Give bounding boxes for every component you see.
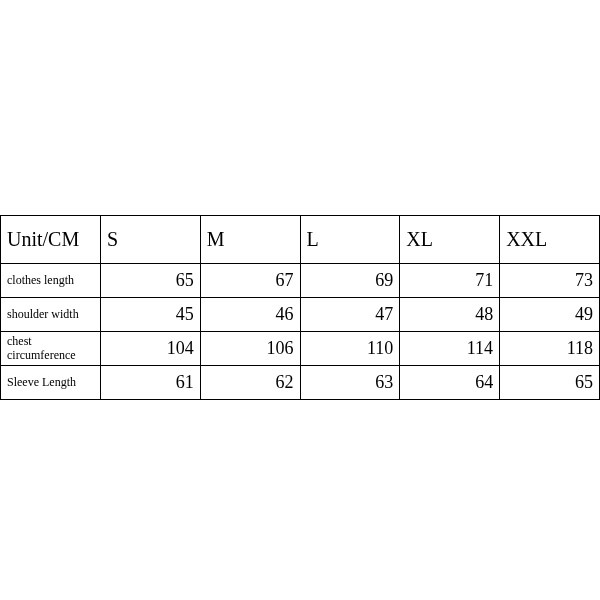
cell: 118 bbox=[500, 332, 600, 366]
row-label: shoulder width bbox=[1, 298, 101, 332]
table-row: Sleeve Length 61 62 63 64 65 bbox=[1, 366, 600, 400]
cell: 106 bbox=[200, 332, 300, 366]
cell: 48 bbox=[400, 298, 500, 332]
unit-header: Unit/CM bbox=[1, 216, 101, 264]
header-row: Unit/CM S M L XL XXL bbox=[1, 216, 600, 264]
col-header: XL bbox=[400, 216, 500, 264]
table-row: chest circumference 104 106 110 114 118 bbox=[1, 332, 600, 366]
cell: 69 bbox=[300, 264, 400, 298]
table-row: shoulder width 45 46 47 48 49 bbox=[1, 298, 600, 332]
cell: 62 bbox=[200, 366, 300, 400]
table-row: clothes length 65 67 69 71 73 bbox=[1, 264, 600, 298]
cell: 114 bbox=[400, 332, 500, 366]
cell: 61 bbox=[100, 366, 200, 400]
row-label: chest circumference bbox=[1, 332, 101, 366]
cell: 47 bbox=[300, 298, 400, 332]
cell: 46 bbox=[200, 298, 300, 332]
size-chart-table: Unit/CM S M L XL XXL clothes length 65 6… bbox=[0, 215, 600, 400]
cell: 104 bbox=[100, 332, 200, 366]
cell: 63 bbox=[300, 366, 400, 400]
cell: 73 bbox=[500, 264, 600, 298]
col-header: M bbox=[200, 216, 300, 264]
cell: 65 bbox=[100, 264, 200, 298]
cell: 45 bbox=[100, 298, 200, 332]
col-header: L bbox=[300, 216, 400, 264]
cell: 110 bbox=[300, 332, 400, 366]
cell: 49 bbox=[500, 298, 600, 332]
row-label: clothes length bbox=[1, 264, 101, 298]
cell: 65 bbox=[500, 366, 600, 400]
cell: 67 bbox=[200, 264, 300, 298]
row-label: Sleeve Length bbox=[1, 366, 101, 400]
col-header: S bbox=[100, 216, 200, 264]
cell: 71 bbox=[400, 264, 500, 298]
col-header: XXL bbox=[500, 216, 600, 264]
cell: 64 bbox=[400, 366, 500, 400]
